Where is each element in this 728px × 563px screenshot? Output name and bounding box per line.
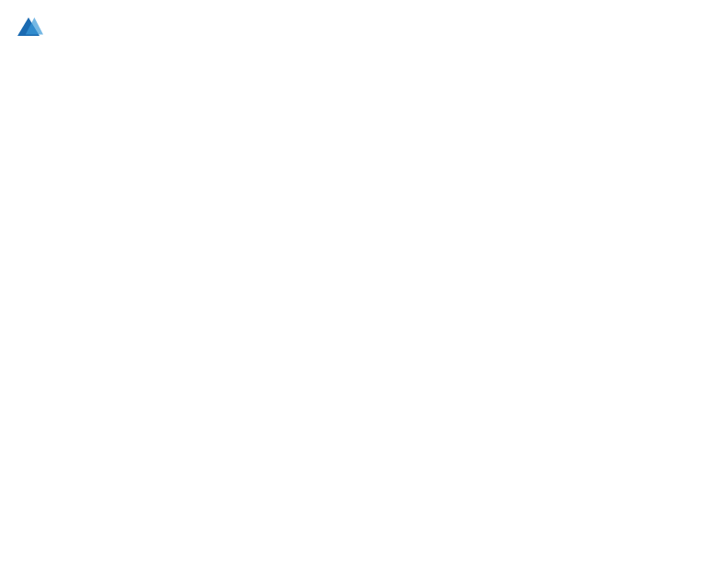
logo-icon (14, 14, 43, 43)
page-header (14, 14, 714, 43)
logo (14, 14, 47, 43)
